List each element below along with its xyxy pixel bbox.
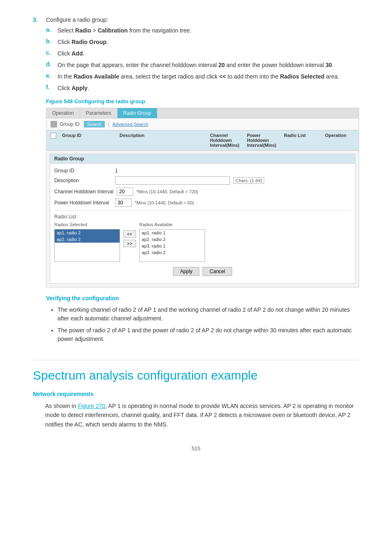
radios-available-box[interactable]: ap1. radio 1 ap2. radio 2 ap3. radio 1 a… <box>139 229 205 262</box>
bold-radio-group: Radio Group <box>71 39 106 45</box>
col-check <box>49 132 60 148</box>
channel-holddown-hint: *Mins (10-1440, Default = 720) <box>136 189 198 194</box>
bold-add: Add <box>71 50 83 57</box>
separator: | <box>108 121 109 127</box>
para-text-1: As shown in <box>45 403 78 409</box>
header-checkbox[interactable] <box>51 133 56 139</box>
verifying-heading: Verifying the configuration <box>46 295 359 301</box>
sub-label-f: f. <box>46 84 58 90</box>
selected-item-1[interactable]: ap1. radio 2 <box>55 229 120 236</box>
radios-selected-col: Radios Selected ap1. radio 2 ap2. radio … <box>54 222 120 262</box>
sub-step-e: e. In the Radios Available area, select … <box>46 72 359 81</box>
sub-step-b: b. Click Radio Group. <box>46 38 359 46</box>
sub-step-f: f. Click Apply. <box>46 84 359 93</box>
power-holddown-input[interactable] <box>115 199 131 207</box>
bold-arrow: << <box>219 73 226 80</box>
power-holddown-label: Power Holddown Interval <box>54 200 112 206</box>
bullet-1: The working channel of radio 2 of AP 1 a… <box>58 306 359 323</box>
move-left-button[interactable]: << <box>123 230 136 238</box>
tab-operation[interactable]: Operation <box>46 108 80 118</box>
group-id-label: Group ID <box>54 168 112 174</box>
step-number: 3. <box>33 16 46 347</box>
sub-label-e: e. <box>46 72 58 79</box>
col-radio-list: Radio List <box>282 132 323 148</box>
sub-text-b: Click Radio Group. <box>58 38 359 46</box>
description-input[interactable] <box>115 176 230 185</box>
power-holddown-row: Power Holddown Interval *Mins (10-1440, … <box>54 199 351 207</box>
available-item-2[interactable]: ap2. radio 2 <box>140 236 205 243</box>
ui-mockup: Operation Parameters Radio Group Group I… <box>46 108 359 287</box>
form-body: Group ID 1 Description Chars: (1-64) Cha… <box>50 164 355 283</box>
move-right-button[interactable]: >> <box>123 240 136 247</box>
radio-group-form: Radio Group Group ID 1 Description Chars… <box>50 154 355 284</box>
col-channel-holddown: ChannelHolddownInterval(Mins) <box>208 132 245 148</box>
table-header: Group ID Description ChannelHolddownInte… <box>46 130 359 151</box>
form-header: Radio Group <box>50 154 355 164</box>
col-operation: Operation <box>323 132 356 148</box>
apply-button[interactable]: Apply <box>173 267 199 276</box>
radios-available-col: Radios Available ap1. radio 1 ap2. radio… <box>139 222 205 262</box>
group-id-row: Group ID 1 <box>54 168 351 174</box>
form-actions: Apply Cancel <box>54 267 351 279</box>
sub-text-c: Click Add. <box>58 49 359 58</box>
search-icon <box>51 121 57 127</box>
tab-parameters[interactable]: Parameters <box>80 108 118 118</box>
sub-text-a: Select Radio > Calibration from the navi… <box>58 26 359 35</box>
cancel-button[interactable]: Cancel <box>203 267 232 276</box>
power-holddown-hint: *Mins (10-1440, Default = 60) <box>135 200 194 205</box>
available-item-3[interactable]: ap3. radio 1 <box>140 243 205 249</box>
sub-label-d: d. <box>46 61 58 67</box>
radios-selected-label: Radios Selected <box>54 222 120 227</box>
bold-radio: Radio <box>75 27 91 34</box>
arrow-buttons: << >> <box>123 230 136 247</box>
channel-holddown-input[interactable] <box>117 188 133 196</box>
bold-radios-selected: Radios Selected <box>280 73 324 80</box>
sub-label-a: a. <box>46 26 58 33</box>
network-req-para: As shown in Figure 270, AP 1 is operatin… <box>45 401 359 429</box>
radios-available-label: Radios Available <box>139 222 205 227</box>
available-item-1[interactable]: ap1. radio 1 <box>140 229 205 236</box>
sub-steps-list: a. Select Radio > Calibration from the n… <box>46 26 359 93</box>
bold-calibration: Calibration <box>98 27 128 34</box>
sub-step-d: d. On the page that appears, enter the c… <box>46 61 359 70</box>
step-content: Configure a radio group: a. Select Radio… <box>46 16 359 347</box>
bold-radios-available: Radios Available <box>74 73 119 80</box>
sub-step-c: c. Click Add. <box>46 49 359 58</box>
bold-20: 20 <box>219 62 225 68</box>
group-id-value: 1 <box>115 168 118 174</box>
chars-indicator: Chars: (1-64) <box>233 177 264 184</box>
step-text: Configure a radio group: <box>46 16 108 23</box>
bold-apply: Apply <box>71 85 88 91</box>
search-bar: Group ID Search | Advanced Search <box>46 118 359 130</box>
channel-holddown-label: Channel Holddown Interval <box>54 189 113 195</box>
step-3: 3. Configure a radio group: a. Select Ra… <box>33 16 359 347</box>
sub-label-c: c. <box>46 49 58 56</box>
verifying-bullets: The working channel of radio 2 of AP 1 a… <box>46 306 359 343</box>
sub-text-e: In the Radios Available area, select the… <box>58 72 359 81</box>
page-number: 515 <box>33 445 359 452</box>
figure-270-link[interactable]: Figure 270 <box>78 403 105 409</box>
col-power-holddown: PowerHolddownInterval(Mins) <box>245 132 282 148</box>
search-button[interactable]: Search <box>84 121 105 127</box>
search-label: Group ID <box>60 121 80 127</box>
description-row: Description Chars: (1-64) <box>54 176 351 185</box>
bullet-2: The power of radio 2 of AP 1 and the pow… <box>58 326 359 343</box>
available-item-4[interactable]: ap3. radio 2 <box>140 249 205 256</box>
radio-list-section: Radio List Radios Selected ap1. radio 2 … <box>54 210 351 262</box>
sub-text-f: Click Apply. <box>58 84 359 93</box>
advanced-search-link[interactable]: Advanced Search <box>113 122 148 127</box>
figure-caption: Figure 548 Configuring the radio group <box>46 98 359 104</box>
description-label: Description <box>54 178 112 183</box>
col-group-id: Group ID <box>60 132 118 148</box>
radio-lists: Radios Selected ap1. radio 2 ap2. radio … <box>54 222 351 262</box>
sub-text-d: On the page that appears, enter the chan… <box>58 61 359 70</box>
selected-item-2[interactable]: ap2. radio 2 <box>55 236 120 243</box>
sub-label-b: b. <box>46 38 58 44</box>
network-req-heading: Network requirements <box>33 391 359 397</box>
radios-selected-box[interactable]: ap1. radio 2 ap2. radio 2 <box>54 229 120 262</box>
tab-radio-group[interactable]: Radio Group <box>118 108 157 118</box>
spectrum-heading: Spectrum analysis configuration example <box>33 360 359 382</box>
radio-list-title: Radio List <box>54 214 351 220</box>
channel-holddown-row: Channel Holddown Interval *Mins (10-1440… <box>54 188 351 196</box>
ui-tabs: Operation Parameters Radio Group <box>46 108 359 118</box>
